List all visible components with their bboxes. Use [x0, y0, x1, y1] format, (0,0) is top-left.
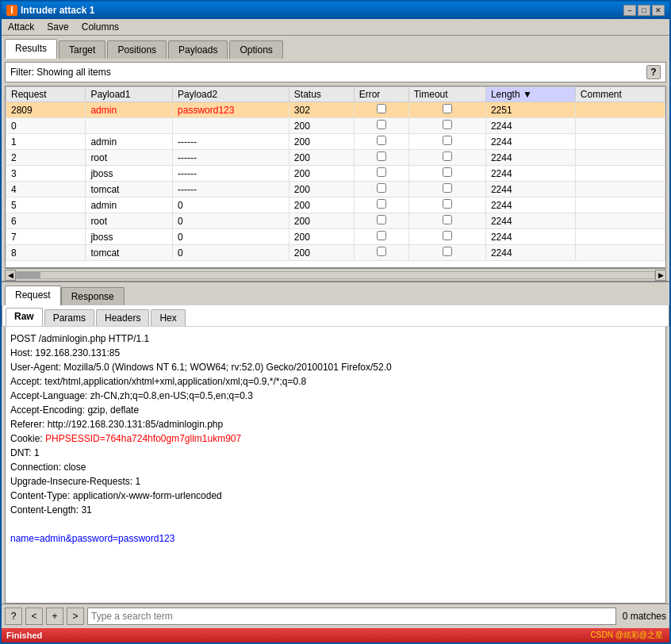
table-cell: 2244 — [485, 182, 575, 197]
error-checkbox[interactable] — [377, 183, 386, 193]
col-payload2[interactable]: Payload2 — [173, 87, 289, 102]
table-cell: 200 — [289, 213, 354, 229]
table-cell: 4 — [6, 182, 86, 197]
timeout-checkbox[interactable] — [443, 215, 452, 224]
table-row[interactable]: 4tomcat------2002244 — [6, 182, 665, 197]
table-cell — [575, 118, 665, 134]
tab-response[interactable]: Response — [61, 287, 125, 305]
tab-options[interactable]: Options — [229, 40, 282, 59]
content-line: Content-Length: 31 — [10, 503, 661, 517]
error-checkbox[interactable] — [377, 247, 386, 256]
next-button[interactable]: > — [67, 608, 84, 625]
error-checkbox[interactable] — [377, 215, 386, 224]
content-line: User-Agent: Mozilla/5.0 (Windows NT 6.1;… — [10, 360, 661, 374]
tab-target[interactable]: Target — [59, 40, 105, 59]
table-row[interactable]: 3jboss------2002244 — [6, 166, 665, 182]
timeout-checkbox[interactable] — [443, 167, 452, 177]
scroll-thumb[interactable] — [17, 272, 40, 278]
timeout-checkbox[interactable] — [443, 199, 452, 209]
table-cell: password123 — [173, 102, 289, 118]
table-cell — [408, 134, 485, 150]
error-checkbox[interactable] — [377, 231, 386, 240]
search-input[interactable] — [87, 608, 616, 625]
menu-columns[interactable]: Columns — [79, 21, 122, 33]
table-cell: tomcat — [86, 182, 173, 197]
window-title: Intruder attack 1 — [21, 5, 94, 16]
table-cell — [354, 134, 408, 150]
plus-button[interactable]: + — [46, 608, 63, 625]
table-cell: 3 — [6, 166, 86, 182]
table-row[interactable]: 7jboss02002244 — [6, 229, 665, 245]
table-cell: 200 — [289, 182, 354, 197]
results-table-container[interactable]: Request Payload1 Payload2 Status Error T… — [5, 86, 666, 268]
prev-button[interactable]: < — [25, 608, 43, 625]
scroll-right-btn[interactable]: ▶ — [655, 270, 666, 281]
col-error[interactable]: Error — [354, 87, 408, 102]
col-payload1[interactable]: Payload1 — [86, 87, 173, 102]
col-timeout[interactable]: Timeout — [408, 87, 485, 102]
table-cell: jboss — [86, 166, 173, 182]
timeout-checkbox[interactable] — [443, 120, 452, 129]
content-line: Accept: text/html,application/xhtml+xml,… — [10, 374, 661, 389]
tab-request[interactable]: Request — [5, 286, 61, 305]
table-row[interactable]: 2root------2002244 — [6, 150, 665, 166]
content-line: Accept-Encoding: gzip, deflate — [10, 403, 661, 417]
table-cell: 7 — [6, 229, 86, 245]
content-line — [10, 517, 661, 531]
help-icon-btn[interactable]: ? — [5, 608, 22, 625]
table-cell — [575, 245, 665, 261]
filter-help-button[interactable]: ? — [646, 65, 661, 79]
content-line: Accept-Language: zh-CN,zh;q=0.8,en-US;q=… — [10, 389, 661, 403]
table-row[interactable]: 8tomcat02002244 — [6, 245, 665, 261]
minimize-button[interactable]: – — [623, 5, 636, 16]
timeout-checkbox[interactable] — [443, 183, 452, 193]
table-row[interactable]: 5admin02002244 — [6, 197, 665, 213]
timeout-checkbox[interactable] — [443, 151, 452, 161]
table-cell — [408, 150, 485, 166]
error-checkbox[interactable] — [377, 199, 386, 209]
subtab-headers[interactable]: Headers — [96, 309, 149, 326]
col-status[interactable]: Status — [289, 87, 354, 102]
error-checkbox[interactable] — [377, 151, 386, 161]
menu-attack[interactable]: Attack — [5, 21, 37, 33]
table-row[interactable]: 2809adminpassword1233022251 — [6, 102, 665, 118]
request-content[interactable]: POST /adminlogin.php HTTP/1.1Host: 192.1… — [5, 327, 666, 604]
error-checkbox[interactable] — [377, 104, 386, 113]
col-length[interactable]: Length ▼ — [485, 87, 575, 102]
table-cell — [354, 197, 408, 213]
table-cell: 200 — [289, 229, 354, 245]
table-cell — [354, 182, 408, 197]
close-button[interactable]: ✕ — [652, 5, 665, 16]
tab-results[interactable]: Results — [5, 39, 57, 59]
tab-payloads[interactable]: Payloads — [168, 40, 228, 59]
subtab-raw[interactable]: Raw — [6, 308, 43, 326]
table-cell — [354, 118, 408, 134]
col-request[interactable]: Request — [6, 87, 86, 102]
maximize-button[interactable]: □ — [638, 5, 650, 16]
subtab-hex[interactable]: Hex — [151, 309, 185, 326]
timeout-checkbox[interactable] — [443, 136, 452, 145]
timeout-checkbox[interactable] — [443, 247, 452, 256]
tab-positions[interactable]: Positions — [107, 40, 167, 59]
error-checkbox[interactable] — [377, 136, 386, 145]
filter-bar: Filter: Showing all items ? — [5, 62, 666, 82]
error-checkbox[interactable] — [377, 120, 386, 129]
table-row[interactable]: 1admin------2002244 — [6, 134, 665, 150]
table-cell: admin — [86, 102, 173, 118]
table-row[interactable]: 02002244 — [6, 118, 665, 134]
table-cell — [354, 166, 408, 182]
menu-save[interactable]: Save — [44, 21, 71, 33]
table-cell: 2244 — [485, 150, 575, 166]
sub-tabs: Raw Params Headers Hex — [2, 305, 669, 327]
table-row[interactable]: 6root02002244 — [6, 213, 665, 229]
col-comment[interactable]: Comment — [575, 87, 665, 102]
match-count: 0 matches — [623, 611, 666, 622]
horizontal-scrollbar[interactable]: ◀ ▶ — [5, 268, 666, 281]
scroll-left-btn[interactable]: ◀ — [5, 270, 16, 281]
error-checkbox[interactable] — [377, 167, 386, 177]
scroll-track[interactable] — [16, 271, 655, 279]
timeout-checkbox[interactable] — [443, 231, 452, 240]
timeout-checkbox[interactable] — [443, 104, 452, 113]
table-cell — [408, 213, 485, 229]
subtab-params[interactable]: Params — [44, 309, 94, 326]
